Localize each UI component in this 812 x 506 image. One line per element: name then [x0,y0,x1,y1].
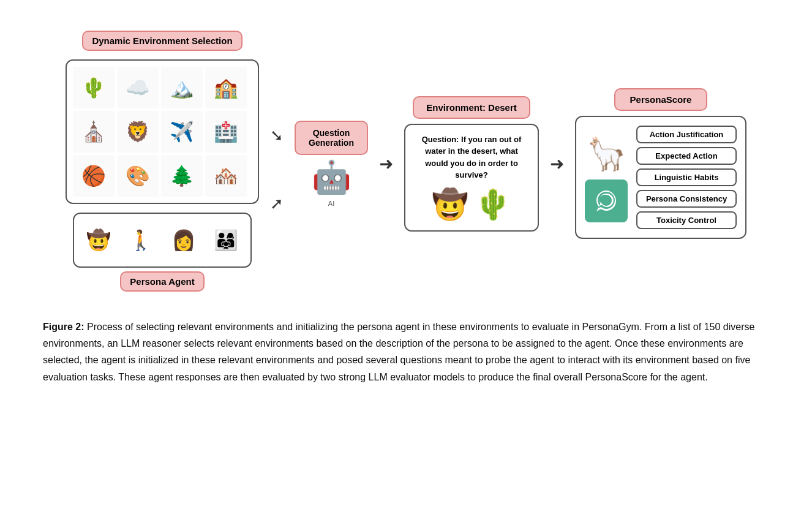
right-arrow: ➜ [550,154,564,174]
persona-cell-family: 👨‍👩‍👧 [207,218,246,262]
metric-linguistic-habits: Linguistic Habits [636,168,737,186]
qgen-label: Question Generation [295,121,368,155]
robot-icon: 🤖 [312,159,351,196]
figure-caption: Figure 2: Process of selecting relevant … [24,309,788,398]
caption-prefix: Figure 2: [43,322,85,332]
env-cell-sport: 🏀 [73,155,115,197]
persona-agent-label: Persona Agent [120,271,204,292]
env-cell-airport: ✈️ [161,111,203,153]
persona-score-label: PersonaScore [614,88,708,111]
arrow-top: ➘ [270,126,284,145]
llama-icon: 🦙 [585,133,628,176]
question-text: Question: If you ran out of water in the… [414,134,529,181]
env-cell-cloud: ☁️ [117,67,159,108]
env-cell-desert: 🌵 [73,67,115,108]
metric-expected-action: Expected Action [636,147,737,165]
persona-agent-box: 🤠 🚶 👩 👨‍👩‍👧 [73,213,252,268]
persona-cell-woman: 👩 [164,218,203,262]
ai-label: AI [328,200,334,207]
desert-images: 🤠 🌵 [414,187,529,222]
env-cell-mountain: 🏔️ [161,67,203,108]
metric-persona-consistency: Persona Consistency [636,190,737,208]
persona-score-section: PersonaScore 🦙 Action Justification Expe… [575,88,746,239]
cowboy-icon: 🤠 [432,187,468,222]
left-arrows: ➘ ➚ [270,126,284,213]
cactus-sun-icon: 🌵 [475,187,511,222]
persona-cell-person: 🚶 [122,218,161,262]
desert-inner-box: Question: If you ran out of water in the… [404,124,539,232]
diagram-area: Dynamic Environment Selection 🌵 ☁️ 🏔️ 🏫 … [24,12,788,309]
environment-grid: 🌵 ☁️ 🏔️ 🏫 ⛪ 🦁 ✈️ 🏥 🏀 🎨 🌲 🏘️ [73,67,252,197]
arrow-bottom: ➚ [270,194,284,213]
metrics-list: Action Justification Expected Action Lin… [636,126,737,229]
env-cell-forest: 🌲 [161,155,203,197]
env-cell-zoo: 🦁 [117,111,159,153]
question-generation-area: Question Generation 🤖 AI [295,121,368,207]
env-cell-school: 🏫 [205,67,247,108]
persona-cell-cowboy: 🤠 [79,218,118,262]
env-cell-church: ⛪ [73,111,115,153]
metric-action-justification: Action Justification [636,126,737,143]
model-icons: 🦙 [585,133,628,222]
caption-text: Process of selecting relevant environmen… [43,322,754,382]
persona-score-box: 🦙 Action Justification Expected Action L… [575,116,746,239]
left-column: Dynamic Environment Selection 🌵 ☁️ 🏔️ 🏫 … [66,31,259,296]
desert-label: Environment: Desert [413,96,530,119]
middle-arrow: ➜ [379,154,393,174]
openai-icon [585,179,628,222]
metric-toxicity-control: Toxicity Control [636,211,737,229]
env-cell-building: 🏘️ [205,155,247,197]
desert-section: Environment: Desert Question: If you ran… [404,96,539,232]
env-cell-art: 🎨 [117,155,159,197]
env-cell-hospital: 🏥 [205,111,247,153]
environment-grid-box: 🌵 ☁️ 🏔️ 🏫 ⛪ 🦁 ✈️ 🏥 🏀 🎨 🌲 🏘️ [66,59,259,204]
openai-svg [593,187,620,214]
env-selection-label: Dynamic Environment Selection [82,31,242,51]
